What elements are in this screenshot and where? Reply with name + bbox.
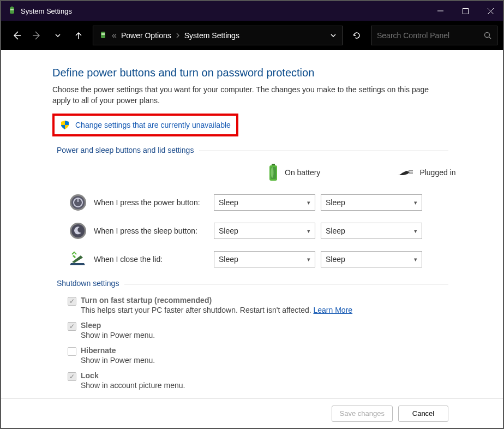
svg-rect-7 bbox=[272, 164, 275, 165]
recent-dropdown-button[interactable] bbox=[48, 26, 68, 45]
svg-point-18 bbox=[71, 224, 85, 237]
breadcrumb-item[interactable]: System Settings bbox=[184, 31, 239, 40]
chevron-down-icon: ▾ bbox=[307, 199, 310, 206]
minimize-button[interactable] bbox=[428, 1, 453, 21]
cancel-button[interactable]: Cancel bbox=[398, 406, 448, 422]
close-lid-plugged-dropdown[interactable]: Sleep▾ bbox=[321, 251, 422, 267]
column-headers: On battery Plugged in bbox=[267, 163, 503, 182]
breadcrumb-prefix: « bbox=[112, 31, 117, 40]
svg-rect-16 bbox=[77, 198, 79, 202]
breadcrumb-item[interactable]: Power Options bbox=[121, 31, 171, 40]
svg-point-10 bbox=[271, 167, 274, 178]
battery-column: On battery bbox=[267, 163, 320, 182]
chevron-down-icon: ▾ bbox=[307, 228, 310, 235]
page-heading: Define power buttons and turn on passwor… bbox=[52, 67, 503, 79]
chevron-down-icon: ▾ bbox=[414, 256, 417, 263]
refresh-button[interactable] bbox=[347, 26, 367, 45]
search-icon bbox=[484, 32, 491, 39]
chevron-down-icon: ▾ bbox=[307, 256, 310, 263]
power-button-plugged-dropdown[interactable]: Sleep▾ bbox=[321, 194, 422, 211]
checkbox-desc: This helps start your PC faster after sh… bbox=[81, 306, 352, 314]
section-label: Power and sleep buttons and lid settings bbox=[52, 146, 199, 154]
search-input[interactable] bbox=[377, 31, 484, 40]
up-button[interactable] bbox=[69, 26, 88, 45]
svg-rect-11 bbox=[409, 170, 413, 171]
column-label: Plugged in bbox=[419, 168, 455, 177]
setting-label: When I close the lid: bbox=[94, 255, 214, 264]
learn-more-link[interactable]: Learn More bbox=[314, 306, 353, 314]
svg-rect-1 bbox=[11, 7, 13, 8]
close-lid-row: When I close the lid: Sleep▾ Sleep▾ bbox=[52, 250, 503, 269]
maximize-button[interactable] bbox=[453, 1, 478, 21]
checkbox-label: Lock bbox=[81, 371, 185, 380]
laptop-lid-icon bbox=[69, 250, 87, 269]
chevron-down-icon: ▾ bbox=[414, 228, 417, 235]
highlighted-region: Change settings that are currently unava… bbox=[52, 114, 238, 136]
section-label: Shutdown settings bbox=[52, 279, 124, 288]
chevron-right-icon bbox=[176, 33, 180, 38]
change-settings-link[interactable]: Change settings that are currently unava… bbox=[75, 121, 231, 129]
column-label: On battery bbox=[285, 168, 320, 177]
address-bar[interactable]: « Power Options System Settings bbox=[93, 26, 343, 45]
battery-icon bbox=[267, 163, 279, 182]
setting-label: When I press the sleep button: bbox=[94, 227, 214, 235]
window-title: System Settings bbox=[21, 7, 428, 15]
lock-row: Lock Show in account picture menu. bbox=[68, 371, 503, 394]
sleep-checkbox[interactable] bbox=[68, 322, 76, 331]
checkbox-desc: Show in account picture menu. bbox=[81, 381, 185, 390]
section-header: Power and sleep buttons and lid settings bbox=[52, 145, 448, 155]
sleep-button-icon bbox=[69, 222, 87, 240]
hibernate-row: Hibernate Show in Power menu. bbox=[68, 346, 503, 369]
navbar: « Power Options System Settings bbox=[1, 21, 503, 50]
power-button-icon bbox=[69, 193, 87, 212]
power-button-row: When I press the power button: Sleep▾ Sl… bbox=[52, 193, 503, 212]
forward-button[interactable] bbox=[27, 26, 47, 45]
sleep-button-plugged-dropdown[interactable]: Sleep▾ bbox=[321, 223, 422, 239]
hibernate-checkbox[interactable] bbox=[68, 347, 76, 356]
chevron-down-icon: ▾ bbox=[414, 199, 417, 206]
fast-startup-row: Turn on fast startup (recommended) This … bbox=[68, 296, 503, 319]
chevron-down-icon[interactable] bbox=[330, 32, 337, 39]
plug-icon bbox=[397, 168, 414, 177]
svg-rect-12 bbox=[409, 172, 413, 174]
shield-icon bbox=[60, 120, 70, 130]
lock-checkbox[interactable] bbox=[68, 372, 76, 381]
power-button-battery-dropdown[interactable]: Sleep▾ bbox=[214, 194, 315, 211]
svg-rect-2 bbox=[10, 9, 14, 10]
checkbox-label: Turn on fast startup (recommended) bbox=[81, 296, 352, 305]
section-header: Shutdown settings bbox=[52, 278, 448, 288]
back-button[interactable] bbox=[7, 26, 26, 45]
sleep-row: Sleep Show in Power menu. bbox=[68, 321, 503, 344]
sleep-button-row: When I press the sleep button: Sleep▾ Sl… bbox=[52, 222, 503, 240]
close-lid-battery-dropdown[interactable]: Sleep▾ bbox=[214, 251, 315, 267]
search-box[interactable] bbox=[371, 26, 497, 45]
page-description: Choose the power settings that you want … bbox=[52, 85, 434, 106]
svg-point-6 bbox=[485, 33, 490, 38]
checkbox-desc: Show in Power menu. bbox=[81, 356, 155, 365]
checkbox-desc: Show in Power menu. bbox=[81, 331, 155, 339]
address-icon bbox=[99, 31, 107, 40]
close-button[interactable] bbox=[478, 1, 503, 21]
fast-startup-checkbox[interactable] bbox=[68, 297, 76, 306]
save-changes-button[interactable]: Save changes bbox=[332, 406, 393, 422]
titlebar: System Settings bbox=[1, 1, 503, 21]
main-content: Define power buttons and turn on passwor… bbox=[1, 50, 503, 398]
footer: Save changes Cancel bbox=[1, 398, 503, 428]
checkbox-label: Sleep bbox=[81, 321, 155, 330]
plugged-column: Plugged in bbox=[397, 168, 455, 177]
svg-rect-3 bbox=[463, 8, 468, 14]
sleep-button-battery-dropdown[interactable]: Sleep▾ bbox=[214, 223, 315, 239]
app-icon bbox=[8, 7, 16, 15]
setting-label: When I press the power button: bbox=[94, 198, 214, 207]
checkbox-label: Hibernate bbox=[81, 346, 155, 355]
svg-rect-5 bbox=[101, 33, 105, 35]
